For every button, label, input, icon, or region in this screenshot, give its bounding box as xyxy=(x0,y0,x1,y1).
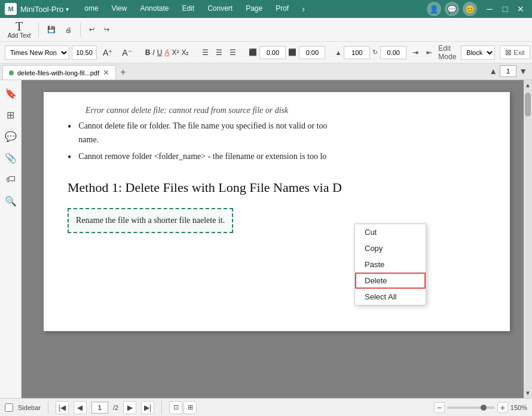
nav-convert[interactable]: Convert xyxy=(201,2,239,16)
context-cut[interactable]: Cut xyxy=(355,224,426,240)
app-dropdown-arrow[interactable]: ▾ xyxy=(66,6,69,13)
current-page-input[interactable] xyxy=(91,402,108,414)
page-number-display: 1 xyxy=(500,65,516,77)
font-color-button[interactable]: A xyxy=(164,46,169,59)
align-right-button[interactable]: ☰ xyxy=(226,46,239,59)
nav-page[interactable]: Page xyxy=(240,2,268,16)
zoom-out-button[interactable]: − xyxy=(434,402,445,413)
edit-mode-select[interactable]: Block xyxy=(461,45,495,60)
subscript-button[interactable]: X₂ xyxy=(181,46,189,59)
fit-width-button[interactable]: ⊞ xyxy=(184,401,197,414)
offset-y-field[interactable] xyxy=(299,46,325,59)
tab-filename: delete-files-with-long-fil...pdf xyxy=(17,69,99,77)
comment-icon[interactable]: 💬 xyxy=(2,128,19,145)
selected-text: Rename the file with a shorter file na xyxy=(76,216,200,225)
context-paste[interactable]: Paste xyxy=(355,256,426,273)
search-icon[interactable]: 🔍 xyxy=(2,192,19,209)
italic-button[interactable]: I xyxy=(152,46,154,59)
nav-more[interactable]: › xyxy=(296,2,311,16)
undo-button[interactable]: ↩ xyxy=(85,24,98,35)
font-size-input[interactable] xyxy=(72,45,97,60)
bookmark-icon[interactable]: 🔖 xyxy=(2,85,19,102)
last-page-button[interactable]: ▶| xyxy=(141,401,154,414)
user-icon-emoji[interactable]: 😊 xyxy=(463,2,477,16)
maximize-button[interactable]: □ xyxy=(499,2,512,16)
bullet-item-1: • Cannot delete file or folder. The file… xyxy=(68,120,486,146)
underline-button[interactable]: U xyxy=(157,46,163,59)
align-center-button[interactable]: ☰ xyxy=(212,46,225,59)
total-pages-label: /2 xyxy=(113,404,118,411)
rotation-field[interactable] xyxy=(380,46,406,59)
save-button[interactable]: 💾 xyxy=(44,24,59,35)
sidebar-label: Sidebar xyxy=(18,404,41,411)
close-button[interactable]: ✕ xyxy=(514,2,527,16)
field-icon-1: ⬛ xyxy=(249,48,257,56)
context-delete[interactable]: Delete xyxy=(355,273,426,289)
fit-page-button[interactable]: ⊡ xyxy=(169,401,182,414)
user-icons: 👤 💬 😊 xyxy=(427,2,477,16)
prev-page-button[interactable]: ◀ xyxy=(74,401,87,414)
minimize-button[interactable]: ─ xyxy=(483,2,496,16)
indent-increase-button[interactable]: ⇥ xyxy=(409,46,422,59)
opacity-icon: ▲ xyxy=(335,49,341,56)
align-left-button[interactable]: ☰ xyxy=(198,46,212,59)
error-line: Error cannot delete file: cannot read fr… xyxy=(68,104,486,117)
tab-status-dot xyxy=(9,71,14,75)
next-page-button[interactable]: ▶ xyxy=(123,401,136,414)
document-tab[interactable]: delete-files-with-long-fil...pdf ✕ xyxy=(2,65,116,79)
bullet-2-marker: • xyxy=(68,150,71,165)
main-toolbar: T Add Text 💾 🖨 ↩ ↪ xyxy=(0,18,532,42)
exit-button[interactable]: ⊠ Exit xyxy=(500,45,530,59)
nav-prof[interactable]: Prof xyxy=(270,2,295,16)
status-bar: Sidebar |◀ ◀ /2 ▶ ▶| ⊡ ⊞ − + 150% xyxy=(0,398,532,416)
page-down-button[interactable]: ▼ xyxy=(519,66,527,76)
nav-view[interactable]: View xyxy=(106,2,133,16)
print-button[interactable]: 🖨 xyxy=(62,25,75,35)
scroll-thumb[interactable] xyxy=(525,93,531,117)
superscript-button[interactable]: X² xyxy=(172,46,179,59)
font-family-select[interactable]: Times New Ron xyxy=(5,45,69,60)
new-tab-button[interactable]: + xyxy=(116,65,130,79)
scroll-up-arrow[interactable]: ▲ xyxy=(523,80,532,90)
attachment-icon[interactable]: 📎 xyxy=(2,149,19,166)
user-icon-account[interactable]: 👤 xyxy=(427,2,441,16)
font-size-increase-button[interactable]: A⁺ xyxy=(99,46,116,59)
font-size-decrease-button[interactable]: A⁻ xyxy=(118,46,135,59)
vertical-scrollbar[interactable]: ▲ ▼ xyxy=(524,80,532,398)
zoom-in-button[interactable]: + xyxy=(497,402,508,413)
status-sep-2 xyxy=(161,400,162,415)
zoom-slider[interactable] xyxy=(447,406,495,409)
tag-icon[interactable]: 🏷 xyxy=(2,171,19,188)
tab-close-button[interactable]: ✕ xyxy=(103,68,109,77)
indent-decrease-button[interactable]: ⇤ xyxy=(423,46,436,59)
zoom-controls: − + 150% xyxy=(434,402,527,413)
selected-text-box[interactable]: Rename the file with a shorter file na​​… xyxy=(68,208,233,233)
redo-button[interactable]: ↪ xyxy=(100,24,113,35)
scroll-down-arrow[interactable]: ▼ xyxy=(523,388,532,398)
offset-x-field[interactable] xyxy=(259,46,286,59)
user-icon-chat[interactable]: 💬 xyxy=(445,2,459,16)
app-name: MiniTool-Pro xyxy=(20,5,63,14)
bullet-1-marker: • xyxy=(68,120,71,146)
window-controls: ─ □ ✕ xyxy=(483,2,527,16)
sidebar-checkbox[interactable] xyxy=(5,403,13,412)
add-text-button[interactable]: T Add Text xyxy=(5,19,33,41)
nav-home[interactable]: ome xyxy=(78,2,104,16)
view-buttons: ⊡ ⊞ xyxy=(169,401,197,414)
context-select-all[interactable]: Select All xyxy=(355,289,426,305)
bold-button[interactable]: B xyxy=(145,46,151,59)
rotation-icon: ↻ xyxy=(372,48,378,56)
bullet-1-text: Cannot delete file or folder. The file n… xyxy=(78,120,327,146)
nav-annotate[interactable]: Annotate xyxy=(134,2,175,16)
indent-buttons: ⇥ ⇤ xyxy=(409,46,436,59)
zoom-thumb[interactable] xyxy=(481,405,487,411)
page-up-button[interactable]: ▲ xyxy=(489,66,497,76)
opacity-field[interactable] xyxy=(344,46,370,59)
content-area: Error cannot delete file: cannot read fr… xyxy=(22,80,532,398)
layers-icon[interactable]: ⊞ xyxy=(2,106,19,123)
app-logo: M xyxy=(5,3,17,15)
nav-edit[interactable]: Edit xyxy=(176,2,200,16)
context-copy[interactable]: Copy xyxy=(355,240,426,256)
field-icon-2: ⬛ xyxy=(288,48,296,56)
first-page-button[interactable]: |◀ xyxy=(56,401,69,414)
